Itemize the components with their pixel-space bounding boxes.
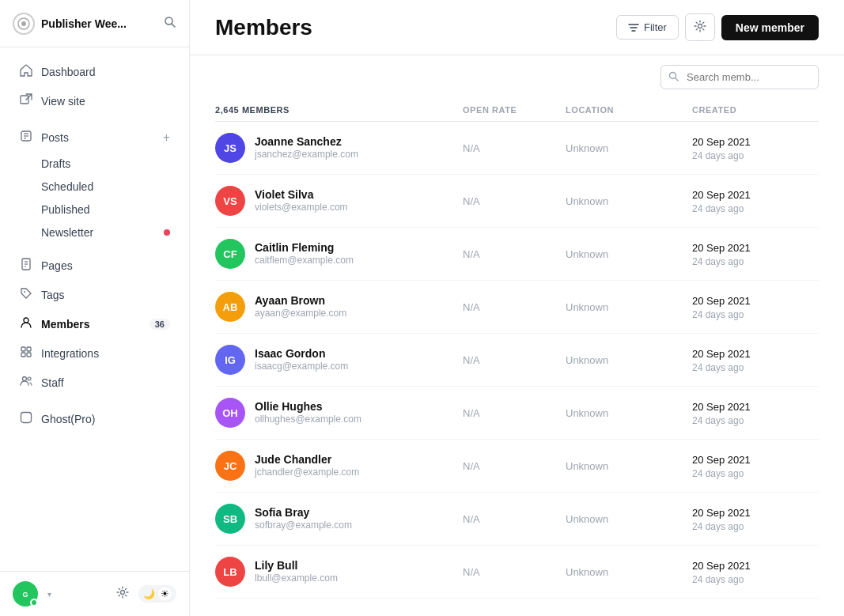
table-row[interactable]: AB Ayaan Brown ayaan@example.com N/A Unk… bbox=[215, 281, 819, 334]
gear-icon[interactable] bbox=[116, 586, 129, 602]
member-created: 20 Sep 2021 24 days ago bbox=[692, 346, 819, 373]
brand[interactable]: Publisher Wee... bbox=[13, 13, 127, 35]
sidebar-item-scheduled[interactable]: Scheduled bbox=[28, 176, 183, 198]
member-name: Joanne Sanchez bbox=[255, 134, 358, 149]
member-created-date: 20 Sep 2021 bbox=[692, 293, 819, 309]
table-row[interactable]: LB Lily Bull lbull@example.com N/A Unkno… bbox=[215, 546, 819, 599]
member-created-ago: 24 days ago bbox=[692, 468, 819, 479]
svg-point-25 bbox=[698, 25, 702, 28]
member-info: JS Joanne Sanchez jsanchez@example.com bbox=[215, 133, 463, 163]
svg-rect-15 bbox=[21, 347, 25, 351]
member-open-rate: N/A bbox=[463, 407, 566, 419]
sidebar-item-integrations-label: Integrations bbox=[41, 347, 99, 360]
sidebar-item-newsletter-label: Newsletter bbox=[41, 226, 93, 239]
member-open-rate: N/A bbox=[463, 142, 566, 154]
brand-logo bbox=[13, 13, 35, 35]
member-details: Lily Bull lbull@example.com bbox=[255, 558, 338, 585]
member-location: Unknown bbox=[566, 248, 692, 260]
sidebar-item-pages[interactable]: Pages bbox=[6, 251, 183, 280]
svg-line-3 bbox=[172, 24, 175, 27]
sidebar-item-staff[interactable]: Staff bbox=[6, 368, 183, 397]
member-location: Unknown bbox=[566, 460, 692, 472]
sidebar-item-dashboard[interactable]: Dashboard bbox=[6, 58, 183, 86]
member-created-date: 20 Sep 2021 bbox=[692, 399, 819, 415]
sidebar-item-integrations[interactable]: Integrations bbox=[6, 339, 183, 368]
add-post-icon[interactable]: + bbox=[163, 130, 170, 145]
member-open-rate: N/A bbox=[463, 513, 566, 525]
member-name: Ollie Hughes bbox=[255, 399, 361, 414]
settings-button[interactable] bbox=[685, 13, 715, 41]
file-icon bbox=[19, 258, 33, 274]
svg-rect-17 bbox=[21, 353, 25, 357]
members-list: JS Joanne Sanchez jsanchez@example.com N… bbox=[215, 122, 819, 599]
member-name: Sofia Bray bbox=[255, 505, 352, 520]
member-location: Unknown bbox=[566, 195, 692, 207]
sidebar-item-ghost-pro[interactable]: Ghost(Pro) bbox=[6, 405, 183, 433]
members-count: 2,645 MEMBERS bbox=[215, 105, 463, 115]
new-member-button[interactable]: New member bbox=[721, 15, 819, 40]
table-row[interactable]: SB Sofia Bray sofbray@example.com N/A Un… bbox=[215, 493, 819, 546]
chevron-down-icon[interactable]: ▾ bbox=[47, 590, 51, 599]
sidebar-item-drafts-label: Drafts bbox=[41, 157, 70, 170]
table-row[interactable]: IG Isaac Gordon isaacg@example.com N/A U… bbox=[215, 334, 819, 387]
svg-rect-16 bbox=[27, 347, 31, 351]
edit-icon bbox=[19, 130, 33, 145]
member-created-date: 20 Sep 2021 bbox=[692, 558, 819, 574]
member-avatar: VS bbox=[215, 186, 245, 216]
member-avatar: LB bbox=[215, 557, 245, 587]
table-row[interactable]: JC Jude Chandler jchandler@example.com N… bbox=[215, 440, 819, 493]
member-location: Unknown bbox=[566, 142, 692, 154]
sub-nav-posts: Drafts Scheduled Published Newsletter bbox=[22, 153, 189, 244]
sidebar-item-members[interactable]: Members 36 bbox=[6, 310, 183, 338]
table-row[interactable]: OH Ollie Hughes ollhughes@example.com N/… bbox=[215, 387, 819, 440]
member-details: Jude Chandler jchandler@example.com bbox=[255, 452, 359, 479]
sidebar-item-posts[interactable]: Posts + bbox=[6, 123, 183, 152]
search-icon[interactable] bbox=[164, 16, 176, 32]
table-row[interactable]: JS Joanne Sanchez jsanchez@example.com N… bbox=[215, 122, 819, 175]
grid-icon bbox=[19, 346, 33, 361]
sidebar-header: Publisher Wee... bbox=[0, 0, 189, 47]
table-header: 2,645 MEMBERS OPEN RATE LOCATION CREATED bbox=[215, 99, 819, 122]
members-table: 2,645 MEMBERS OPEN RATE LOCATION CREATED… bbox=[190, 99, 844, 616]
svg-rect-4 bbox=[21, 96, 28, 104]
member-email: lbull@example.com bbox=[255, 573, 338, 585]
member-created-ago: 24 days ago bbox=[692, 150, 819, 161]
member-created-ago: 24 days ago bbox=[692, 203, 819, 214]
sidebar-item-newsletter[interactable]: Newsletter bbox=[28, 221, 183, 244]
table-row[interactable]: CF Caitlin Fleming caitflem@example.com … bbox=[215, 228, 819, 281]
sidebar: Publisher Wee... Dashboard View site bbox=[0, 0, 190, 616]
brand-name: Publisher Wee... bbox=[41, 17, 127, 30]
member-created: 20 Sep 2021 24 days ago bbox=[692, 134, 819, 161]
search-input[interactable] bbox=[660, 65, 819, 89]
filter-icon bbox=[628, 22, 639, 33]
table-row[interactable]: VS Violet Silva violets@example.com N/A … bbox=[215, 175, 819, 228]
svg-text:G: G bbox=[22, 591, 28, 599]
person-icon bbox=[19, 316, 33, 332]
sidebar-item-published[interactable]: Published bbox=[28, 198, 183, 221]
svg-point-24 bbox=[121, 591, 125, 595]
sidebar-item-drafts[interactable]: Drafts bbox=[28, 153, 183, 175]
avatar[interactable]: G bbox=[13, 581, 38, 607]
member-created-date: 20 Sep 2021 bbox=[692, 452, 819, 468]
svg-point-14 bbox=[24, 318, 28, 323]
sidebar-item-view-site-label: View site bbox=[41, 95, 85, 108]
svg-point-13 bbox=[24, 291, 25, 293]
member-created: 20 Sep 2021 24 days ago bbox=[692, 452, 819, 479]
sidebar-item-view-site[interactable]: View site bbox=[6, 87, 183, 115]
member-avatar: JS bbox=[215, 133, 245, 163]
sidebar-item-tags[interactable]: Tags bbox=[6, 281, 183, 309]
member-info: IG Isaac Gordon isaacg@example.com bbox=[215, 345, 463, 375]
member-created-ago: 24 days ago bbox=[692, 256, 819, 267]
member-details: Ayaan Brown ayaan@example.com bbox=[255, 293, 346, 320]
sidebar-item-ghost-pro-label: Ghost(Pro) bbox=[41, 413, 95, 425]
sidebar-item-scheduled-label: Scheduled bbox=[41, 180, 93, 193]
member-name: Jude Chandler bbox=[255, 452, 359, 467]
filter-button[interactable]: Filter bbox=[616, 15, 679, 40]
svg-point-26 bbox=[670, 72, 676, 78]
member-created-ago: 24 days ago bbox=[692, 362, 819, 373]
member-name: Caitlin Fleming bbox=[255, 240, 354, 255]
main-content: Members Filter New member 2,645 MEMBERS … bbox=[190, 0, 844, 616]
member-created-date: 20 Sep 2021 bbox=[692, 346, 819, 362]
member-info: AB Ayaan Brown ayaan@example.com bbox=[215, 292, 463, 322]
theme-toggle[interactable]: 🌙 ☀ bbox=[138, 585, 176, 603]
